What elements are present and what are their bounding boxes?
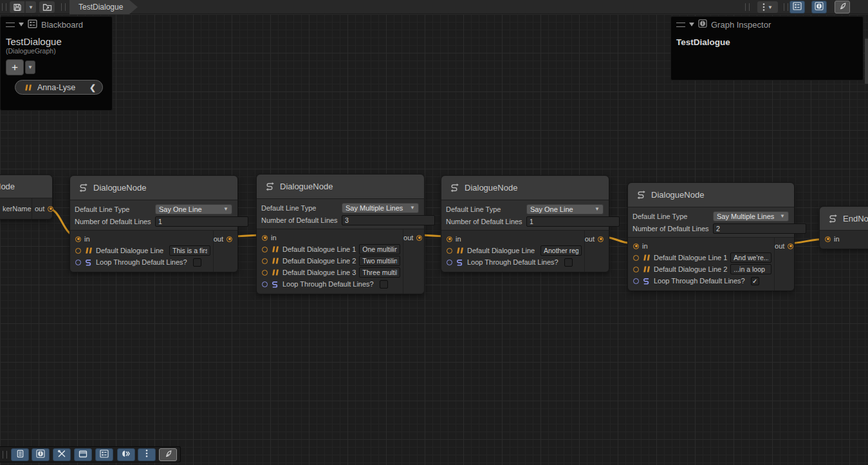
- loop-checkbox[interactable]: [564, 258, 573, 267]
- scrollbar-fragment[interactable]: [865, 39, 868, 84]
- toolbar-drag-handle[interactable]: [2, 3, 6, 11]
- property-name[interactable]: Anna-Lyse: [37, 83, 84, 92]
- dialogue-line-port[interactable]: [262, 270, 268, 276]
- line-type-dropdown[interactable]: Say Multiple Lines ▼: [342, 203, 419, 213]
- quill-tool-button[interactable]: [835, 1, 850, 14]
- chevron-down-icon: ▼: [28, 64, 33, 70]
- dialogue-line-port[interactable]: [447, 248, 452, 254]
- dialogue-node-3[interactable]: DialogueNode Default Line Type Say One L…: [441, 175, 609, 272]
- quill-tool-button[interactable]: [159, 448, 177, 461]
- loop-label: Loop Through Default Lines?: [467, 258, 559, 266]
- line-type-value: Say One Line: [530, 205, 573, 213]
- dialogue-line-port[interactable]: [262, 247, 268, 252]
- collapse-arrow-icon[interactable]: [689, 23, 694, 26]
- console-panel-button[interactable]: [11, 448, 29, 461]
- toolbar-separator: [61, 3, 66, 11]
- dialogue-line-input[interactable]: [169, 245, 210, 256]
- node-title-bar[interactable]: DialogueNode: [70, 176, 237, 200]
- loop-checkbox[interactable]: [751, 277, 759, 285]
- num-lines-input[interactable]: [342, 215, 435, 225]
- in-port[interactable]: [825, 236, 831, 242]
- out-port[interactable]: [48, 206, 53, 212]
- in-port[interactable]: [75, 236, 81, 242]
- node-title-bar[interactable]: DialogueNode: [441, 176, 609, 200]
- dialogue-preview-button[interactable]: [117, 448, 135, 461]
- line-type-dropdown[interactable]: Say One Line ▼: [526, 204, 604, 214]
- node-title-bar[interactable]: Node: [0, 175, 52, 198]
- graph-tab[interactable]: TestDialogue: [69, 0, 138, 14]
- loop-checkbox[interactable]: [193, 258, 201, 267]
- dialogue-line-port[interactable]: [633, 267, 639, 272]
- collapse-chevron-icon[interactable]: ❮: [89, 83, 96, 92]
- dialogue-line-port[interactable]: [262, 258, 268, 264]
- node-title-bar[interactable]: DialogueNode: [628, 183, 794, 207]
- dialogue-node-4[interactable]: DialogueNode Default Line Type Say Multi…: [627, 182, 795, 291]
- quote-icon: [271, 269, 279, 276]
- in-port[interactable]: [447, 236, 452, 242]
- out-port[interactable]: [788, 243, 793, 249]
- loop-port[interactable]: [75, 260, 81, 265]
- quote-icon: [271, 245, 279, 253]
- loop-checkbox[interactable]: [380, 280, 388, 289]
- toggle-inspector-button[interactable]: [811, 1, 827, 14]
- add-property-menu-button[interactable]: ▼: [25, 61, 35, 74]
- toggle-blackboard-button[interactable]: [790, 1, 805, 14]
- num-lines-input[interactable]: [155, 216, 248, 227]
- in-port-label: in: [642, 242, 648, 250]
- line-type-dropdown[interactable]: Say Multiple Lines ▼: [713, 211, 789, 222]
- save-button[interactable]: [10, 1, 24, 13]
- drag-handle-icon[interactable]: [6, 23, 15, 27]
- blackboard-panel-button[interactable]: [95, 448, 113, 461]
- loop-port[interactable]: [262, 281, 268, 287]
- dialogue-line-input[interactable]: [730, 264, 771, 274]
- open-graph-button[interactable]: [39, 1, 55, 13]
- out-port[interactable]: [226, 236, 232, 242]
- drag-handle-icon[interactable]: [676, 23, 685, 27]
- graph-inspector-header[interactable]: Graph Inspector: [671, 17, 863, 32]
- dialogue-line-input[interactable]: [359, 256, 400, 266]
- line-type-label: Default Line Type: [446, 205, 526, 213]
- blackboard-panel[interactable]: Blackboard TestDialogue (DialogueGraph) …: [0, 16, 113, 111]
- collapse-arrow-icon[interactable]: [19, 23, 24, 26]
- end-node[interactable]: EndNode in: [819, 206, 868, 249]
- num-lines-label: Number of Default Lines: [261, 216, 342, 224]
- graph-canvas[interactable]: Blackboard TestDialogue (DialogueGraph) …: [0, 14, 868, 465]
- line-type-value: Say Multiple Lines: [717, 213, 774, 220]
- dialogue-line-input[interactable]: [359, 244, 400, 254]
- save-options-button[interactable]: ▼: [25, 1, 36, 13]
- graph-inspector-panel[interactable]: Graph Inspector TestDialogue: [670, 16, 863, 81]
- line-type-dropdown[interactable]: Say One Line ▼: [155, 204, 232, 214]
- tools-button[interactable]: [53, 448, 71, 461]
- quill-icon: [164, 449, 172, 460]
- dialogue-line-input[interactable]: [730, 252, 771, 263]
- inspector-panel-button[interactable]: [32, 448, 50, 461]
- num-lines-input[interactable]: [713, 223, 806, 234]
- out-port[interactable]: [598, 236, 604, 242]
- start-node[interactable]: Node kerName out: [0, 175, 53, 220]
- dialogue-line-input[interactable]: [540, 245, 582, 256]
- blackboard-property-row[interactable]: Anna-Lyse ❮: [15, 80, 103, 95]
- dialogue-node-2[interactable]: DialogueNode Default Line Type Say Multi…: [256, 174, 425, 294]
- dialogue-line-port[interactable]: [75, 248, 81, 254]
- window-button[interactable]: [74, 448, 92, 461]
- add-property-button[interactable]: +: [6, 59, 24, 75]
- toolbar-drag-handle-right[interactable]: [745, 3, 750, 11]
- in-port[interactable]: [633, 243, 639, 249]
- node-title-bar[interactable]: EndNode: [820, 207, 868, 231]
- out-port[interactable]: [416, 235, 422, 241]
- loop-port[interactable]: [447, 260, 452, 265]
- dialogue-line-label: Default Dialogue Line: [96, 247, 163, 254]
- quote-icon: [24, 84, 32, 91]
- more-options-button[interactable]: ▼: [757, 1, 778, 13]
- more-options-button[interactable]: [138, 448, 156, 461]
- toolbar-drag-handle[interactable]: [3, 451, 7, 459]
- blackboard-header[interactable]: Blackboard: [1, 17, 112, 32]
- dialogue-node-1[interactable]: DialogueNode Default Line Type Say One L…: [69, 175, 238, 272]
- dialogue-line-port[interactable]: [633, 255, 639, 261]
- num-lines-input[interactable]: [526, 216, 620, 227]
- node-title-bar[interactable]: DialogueNode: [257, 175, 424, 199]
- loop-port[interactable]: [633, 278, 639, 284]
- in-port[interactable]: [262, 235, 268, 241]
- dialogue-line-input[interactable]: [359, 267, 400, 278]
- top-toolbar: ▼ TestDialogue ▼: [0, 0, 868, 14]
